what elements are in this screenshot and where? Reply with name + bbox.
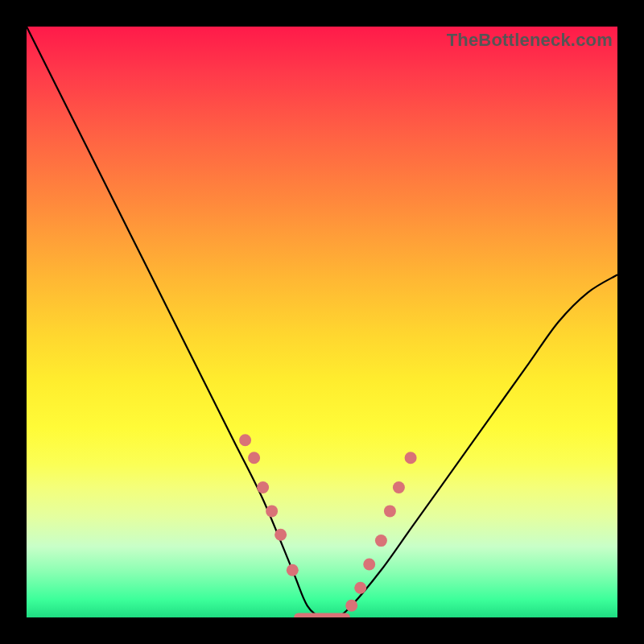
- marker-dot: [257, 481, 269, 493]
- marker-dot: [354, 582, 366, 594]
- plot-area: TheBottleneck.com: [27, 27, 617, 617]
- chart-frame: TheBottleneck.com: [0, 0, 644, 644]
- marker-dot: [345, 600, 357, 612]
- marker-group: [239, 434, 417, 617]
- marker-dot: [239, 434, 251, 446]
- marker-dot: [275, 529, 287, 541]
- marker-dot: [287, 564, 299, 576]
- marker-dot: [405, 452, 417, 464]
- marker-dot: [266, 505, 278, 517]
- bottleneck-curve: [27, 27, 617, 617]
- marker-dot: [248, 452, 260, 464]
- curve-layer: [27, 27, 617, 617]
- marker-dot: [393, 481, 405, 493]
- marker-dot: [375, 535, 387, 547]
- watermark-text: TheBottleneck.com: [447, 30, 613, 51]
- marker-dot: [384, 505, 396, 517]
- marker-dot: [363, 558, 375, 570]
